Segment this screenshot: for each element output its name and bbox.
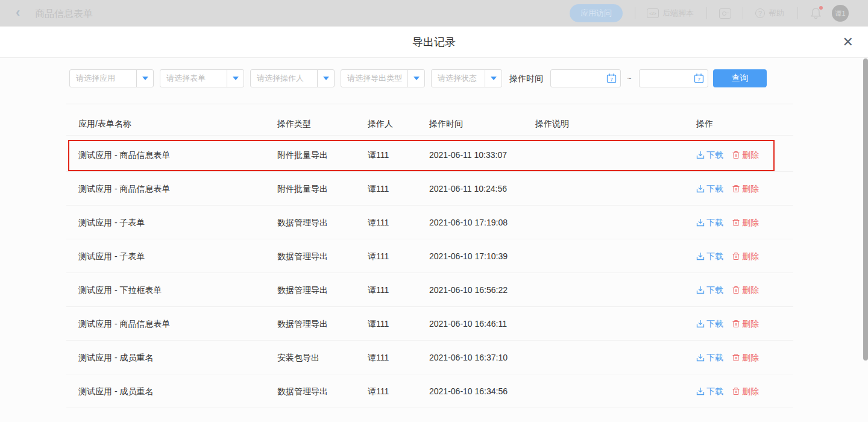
table-row: 测试应用 - 成员重名 安装包导出 谭111 2021-06-10 16:37:… <box>66 341 793 374</box>
vertical-scrollbar[interactable] <box>863 58 868 361</box>
cell-app-form: 测试应用 - 子表单 <box>78 206 145 239</box>
cell-app-form: 测试应用 - 下拉框表单 <box>78 273 162 307</box>
download-icon <box>696 286 705 294</box>
chevron-down-icon <box>407 70 424 87</box>
date-end-field[interactable]: 7 <box>639 69 708 87</box>
back-icon[interactable]: ‹ <box>16 6 20 19</box>
download-label: 下载 <box>706 341 723 374</box>
close-icon[interactable]: ✕ <box>843 35 854 49</box>
select-form-placeholder: 请选择表单 <box>160 70 227 87</box>
download-icon <box>696 218 705 227</box>
date-end-input[interactable] <box>644 74 694 83</box>
delete-link[interactable]: 删除 <box>732 239 759 273</box>
app-access-button[interactable]: 应用访问 <box>570 4 623 22</box>
chevron-down-icon <box>317 70 334 87</box>
cell-operator: 谭111 <box>368 341 389 374</box>
select-form[interactable]: 请选择表单 <box>160 69 244 87</box>
cell-app-form: 测试应用 - 成员重名 <box>78 341 153 374</box>
select-operator[interactable]: 请选择操作人 <box>250 69 335 87</box>
col-header-op-time: 操作时间 <box>429 112 463 136</box>
cell-op-time: 2021-06-10 17:19:08 <box>429 206 508 239</box>
calendar-icon: 7 <box>606 73 617 84</box>
cell-operator: 谭111 <box>368 307 389 341</box>
cell-app-form: 测试应用 - 子表单 <box>78 239 145 273</box>
trash-icon <box>732 218 740 227</box>
download-link[interactable]: 下载 <box>696 172 723 206</box>
cell-op-type: 安装包导出 <box>277 341 319 374</box>
delete-link[interactable]: 删除 <box>732 273 759 307</box>
topbar: ‹ 商品信息表单 应用访问 </> 后端脚本 ? 帮助 谭1 <box>0 0 868 27</box>
select-app[interactable]: 请选择应用 <box>69 69 154 87</box>
page-title: 商品信息表单 <box>35 8 93 20</box>
delete-label: 删除 <box>742 273 759 307</box>
cell-op-type: 附件批量导出 <box>277 138 328 172</box>
cell-operator: 谭111 <box>368 206 389 239</box>
select-status[interactable]: 请选择状态 <box>431 69 502 87</box>
help-label: 帮助 <box>769 8 784 19</box>
download-link[interactable]: 下载 <box>696 307 723 341</box>
chevron-down-icon <box>485 70 502 87</box>
trash-icon <box>732 151 740 159</box>
col-header-op-note: 操作说明 <box>535 112 569 136</box>
id-card-icon <box>719 8 731 19</box>
download-icon <box>696 353 705 362</box>
download-link[interactable]: 下载 <box>696 239 723 273</box>
download-icon <box>696 387 705 395</box>
col-header-actions: 操作 <box>696 112 713 136</box>
col-header-app-form: 应用/表单名称 <box>78 112 131 136</box>
col-header-op-type: 操作类型 <box>277 112 311 136</box>
export-records-modal: 导出记录 ✕ 请选择应用 请选择表单 请选择操作人 请选择导出类型 请选择状态 … <box>0 27 868 422</box>
operation-time-label: 操作时间 <box>509 69 543 87</box>
delete-link[interactable]: 删除 <box>732 374 759 408</box>
date-start-field[interactable]: 7 <box>550 69 621 87</box>
select-app-placeholder: 请选择应用 <box>70 70 136 87</box>
download-link[interactable]: 下载 <box>696 138 723 172</box>
cell-app-form: 测试应用 - 商品信息表单 <box>78 172 170 206</box>
cell-op-type: 数据管理导出 <box>277 273 328 307</box>
download-link[interactable]: 下载 <box>696 341 723 374</box>
delete-link[interactable]: 删除 <box>732 172 759 206</box>
user-avatar[interactable]: 谭1 <box>832 5 849 22</box>
table-row: 测试应用 - 子表单 数据管理导出 谭111 2021-06-10 17:19:… <box>66 206 793 239</box>
query-button[interactable]: 查询 <box>713 69 767 87</box>
cell-op-type: 附件批量导出 <box>277 172 328 206</box>
id-card-button[interactable] <box>719 0 731 27</box>
date-range-separator: ~ <box>627 69 632 87</box>
download-icon <box>696 320 705 328</box>
backend-script-button[interactable]: </> 后端脚本 <box>647 0 694 27</box>
cell-operator: 谭111 <box>368 138 389 172</box>
col-header-operator: 操作人 <box>368 112 393 136</box>
download-link[interactable]: 下载 <box>696 206 723 239</box>
chevron-down-icon <box>227 70 244 87</box>
divider <box>66 104 793 104</box>
topbar-divider <box>635 7 635 19</box>
cell-app-form: 测试应用 - 商品信息表单 <box>78 138 170 172</box>
download-link[interactable]: 下载 <box>696 273 723 307</box>
cell-op-type: 数据管理导出 <box>277 374 328 408</box>
table-row: 测试应用 - 子表单 数据管理导出 谭111 2021-06-10 17:10:… <box>66 239 793 273</box>
date-start-input[interactable] <box>556 74 606 83</box>
cell-op-time: 2021-06-11 10:33:07 <box>429 138 507 172</box>
select-export-type[interactable]: 请选择导出类型 <box>341 69 425 87</box>
delete-label: 删除 <box>742 374 759 408</box>
notifications-bell-icon[interactable] <box>810 7 822 22</box>
app-window: ‹ 商品信息表单 应用访问 </> 后端脚本 ? 帮助 谭1 <box>0 0 868 422</box>
download-link[interactable]: 下载 <box>696 374 723 408</box>
download-label: 下载 <box>706 374 723 408</box>
delete-link[interactable]: 删除 <box>732 138 759 172</box>
delete-label: 删除 <box>742 172 759 206</box>
table-row: 测试应用 - 商品信息表单 数据管理导出 谭111 2021-06-10 16:… <box>66 307 793 341</box>
topbar-divider <box>797 7 798 19</box>
help-icon: ? <box>755 8 765 18</box>
delete-link[interactable]: 删除 <box>732 307 759 341</box>
download-icon <box>696 151 705 159</box>
cell-op-time: 2021-06-10 16:37:10 <box>429 341 508 374</box>
trash-icon <box>732 252 740 260</box>
table-row: 测试应用 - 下拉框表单 数据管理导出 谭111 2021-06-10 16:5… <box>66 273 793 307</box>
download-icon <box>696 184 705 193</box>
cell-op-type: 数据管理导出 <box>277 239 328 273</box>
svg-text:7: 7 <box>610 77 613 83</box>
delete-link[interactable]: 删除 <box>732 341 759 374</box>
help-button[interactable]: ? 帮助 <box>755 0 784 27</box>
delete-link[interactable]: 删除 <box>732 206 759 239</box>
